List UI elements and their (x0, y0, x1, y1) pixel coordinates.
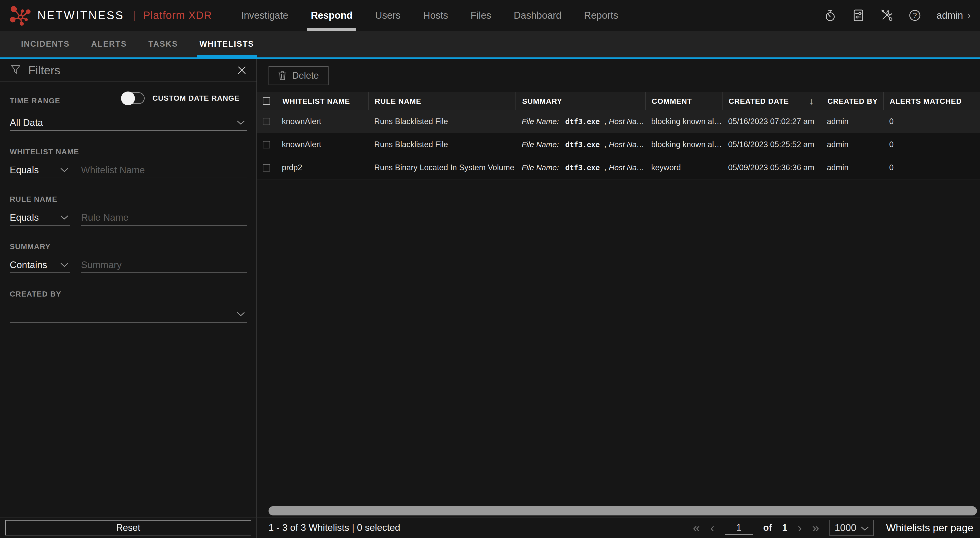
user-menu[interactable]: admin › (937, 10, 971, 21)
delete-button-label: Delete (292, 70, 319, 81)
cell-alerts-matched: 0 (883, 140, 980, 149)
rule-name-operator-select[interactable]: Equals (10, 210, 70, 225)
table-row[interactable]: knownAlert Runs Blacklisted File File Na… (257, 133, 980, 156)
cell-created-date: 05/09/2023 05:36:36 am (722, 163, 821, 172)
selection-status: 1 - 3 of 3 Whitelists | 0 selected (269, 522, 400, 533)
brand[interactable]: NETWITNESS | Platform XDR (9, 4, 212, 27)
cell-whitelist-name: prdp2 (276, 163, 368, 172)
timer-icon[interactable] (824, 9, 837, 22)
filters-header: Filters (0, 59, 256, 81)
summary-input[interactable] (81, 258, 247, 273)
time-range-value: All Data (10, 117, 43, 128)
help-icon[interactable]: ? (908, 9, 921, 22)
next-page-icon[interactable]: › (798, 521, 802, 534)
rule-name-section: RULE NAME Equals (10, 195, 247, 225)
sort-descending-icon[interactable]: ↓ (809, 96, 814, 106)
user-name: admin (937, 10, 963, 21)
tab-incidents[interactable]: INCIDENTS (10, 31, 81, 57)
whitelists-content: Delete WHITELIST NAME RULE NAME SUMMARY … (257, 59, 980, 517)
cell-comment: blocking known al… (645, 117, 722, 126)
nav-item-respond[interactable]: Respond (299, 0, 364, 31)
created-by-select[interactable] (10, 306, 247, 323)
whitelist-name-section: WHITELIST NAME Equals (10, 148, 247, 178)
close-icon[interactable] (237, 66, 246, 75)
column-header-rule-name[interactable]: RULE NAME (368, 92, 515, 110)
column-header-created-date[interactable]: CREATED DATE ↓ (722, 92, 821, 110)
summary-label: SUMMARY (10, 243, 51, 251)
tab-whitelists[interactable]: WHITELISTS (189, 31, 265, 57)
column-header-alerts-matched[interactable]: ALERTS MATCHED (883, 92, 980, 110)
select-all-checkbox[interactable] (262, 97, 270, 105)
created-by-label: CREATED BY (10, 290, 61, 298)
chevron-down-icon (237, 312, 245, 317)
main-nav: Investigate Respond Users Hosts Files Da… (230, 0, 629, 31)
nav-item-hosts[interactable]: Hosts (412, 0, 459, 31)
summary-file-label: File Name: (522, 140, 559, 149)
cell-rule-name: Runs Binary Located In System Volume I… (368, 163, 515, 172)
column-header-whitelist-name[interactable]: WHITELIST NAME (276, 92, 368, 110)
summary-file-label: File Name: (522, 163, 559, 172)
horizontal-scrollbar[interactable] (269, 506, 977, 516)
row-checkbox[interactable] (262, 141, 270, 148)
reset-button[interactable]: Reset (5, 520, 251, 535)
whitelist-name-label: WHITELIST NAME (10, 148, 79, 156)
cell-alerts-matched: 0 (883, 117, 980, 126)
whitelist-name-operator-value: Equals (10, 165, 39, 176)
last-page-icon[interactable]: » (812, 521, 819, 534)
cell-created-date: 05/16/2023 05:25:52 am (722, 140, 821, 149)
time-range-select[interactable]: All Data (10, 115, 247, 131)
column-header-comment[interactable]: COMMENT (645, 92, 722, 110)
nav-item-dashboard[interactable]: Dashboard (503, 0, 573, 31)
svg-text:?: ? (913, 11, 917, 19)
per-page-label: Whitelists per page (886, 522, 973, 534)
chevron-right-icon: › (967, 10, 971, 21)
row-checkbox[interactable] (262, 117, 270, 125)
summary-file-label: File Name: (522, 117, 559, 125)
rule-name-input[interactable] (81, 210, 247, 225)
cell-created-by: admin (821, 140, 883, 149)
first-page-icon[interactable]: « (693, 521, 700, 534)
admin-tools-icon[interactable] (880, 9, 893, 22)
status-bar: Reset 1 - 3 of 3 Whitelists | 0 selected… (0, 517, 980, 538)
footer-filters-section: Reset (0, 517, 257, 538)
select-all-cell (257, 92, 276, 110)
cell-whitelist-name: knownAlert (276, 117, 368, 126)
chevron-down-icon (861, 522, 869, 533)
page-number-input[interactable] (725, 521, 753, 535)
summary-file-value: dtf3.exe (565, 163, 600, 172)
cell-comment: blocking known al… (645, 140, 722, 149)
toggle-knob (121, 92, 135, 105)
whitelist-name-operator-select[interactable]: Equals (10, 163, 70, 178)
column-header-summary[interactable]: SUMMARY (515, 92, 645, 110)
brand-product: Platform XDR (143, 9, 212, 22)
row-checkbox[interactable] (262, 164, 270, 171)
nav-item-reports[interactable]: Reports (573, 0, 629, 31)
nav-item-users[interactable]: Users (364, 0, 412, 31)
created-date-header-label: CREATED DATE (729, 97, 789, 106)
cell-rule-name: Runs Blacklisted File (368, 140, 515, 149)
tab-alerts[interactable]: ALERTS (81, 31, 138, 57)
previous-page-icon[interactable]: ‹ (710, 521, 714, 534)
table-row[interactable]: prdp2 Runs Binary Located In System Volu… (257, 156, 980, 179)
chevron-down-icon (237, 121, 245, 125)
column-header-created-by[interactable]: CREATED BY (821, 92, 883, 110)
preferences-icon[interactable] (852, 9, 865, 22)
filters-panel: Filters TIME RANGE CUSTOM DATE RANGE (0, 59, 257, 517)
delete-button[interactable]: Delete (269, 66, 329, 85)
nav-item-files[interactable]: Files (459, 0, 503, 31)
whitelists-table: WHITELIST NAME RULE NAME SUMMARY COMMENT… (257, 92, 980, 179)
whitelist-name-input[interactable] (81, 163, 247, 178)
custom-date-range-toggle[interactable] (121, 92, 145, 104)
summary-rest: , Host Na… (605, 163, 644, 172)
nav-item-investigate[interactable]: Investigate (230, 0, 299, 31)
cell-alerts-matched: 0 (883, 163, 980, 172)
brand-separator: | (133, 9, 136, 22)
page-size-select[interactable]: 1000 (829, 520, 874, 536)
page-of-label: of (763, 522, 772, 533)
summary-operator-select[interactable]: Contains (10, 258, 70, 273)
summary-rest: , Host Na… (605, 117, 644, 125)
netwitness-logo-icon (9, 4, 32, 27)
chevron-down-icon (60, 263, 68, 267)
tab-tasks[interactable]: TASKS (138, 31, 189, 57)
table-row[interactable]: knownAlert Runs Blacklisted File File Na… (257, 110, 980, 133)
